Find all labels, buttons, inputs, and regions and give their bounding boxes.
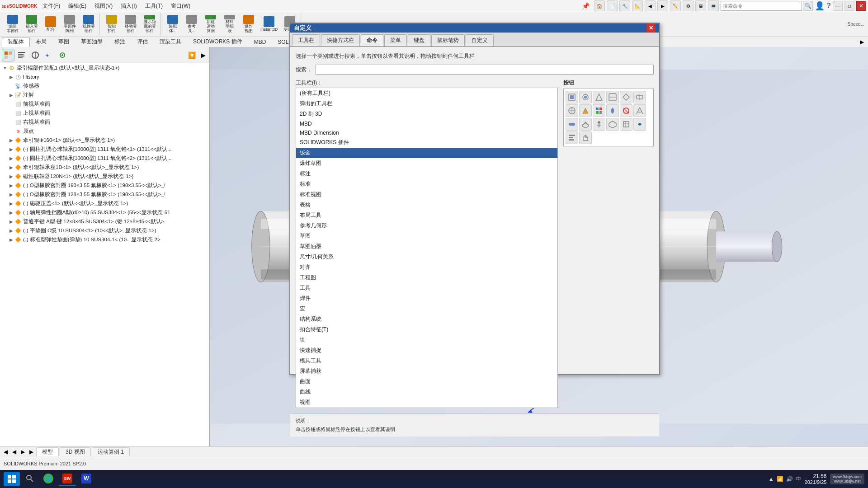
list-item-sketch[interactable]: 草图	[296, 231, 557, 241]
menu-tools[interactable]: 工具(T)	[142, 1, 166, 11]
list-item-sketch-ink[interactable]: 草图油墨	[296, 241, 557, 252]
pull-roller-expand[interactable]: ▶	[8, 137, 14, 143]
tree-sensors[interactable]: ▶ 📡 传感器	[0, 81, 209, 90]
btn-icon-1[interactable]	[566, 91, 578, 103]
bearing2-expand[interactable]: ▶	[8, 155, 14, 161]
tab-sketch[interactable]: 草图	[52, 37, 75, 47]
btn-icon-14[interactable]	[579, 118, 592, 131]
root-expand[interactable]: ▼	[2, 65, 8, 71]
spring-washer-expand[interactable]: ▶	[8, 236, 14, 243]
close-button[interactable]: ✕	[856, 1, 866, 11]
list-item-macro[interactable]: 宏	[296, 304, 557, 314]
tree-bearing-2[interactable]: ▶ 🔶 (-) 圆柱孔调心球轴承[10000型] 1311 氧化铬<2> (13…	[0, 154, 209, 163]
maximize-button[interactable]: □	[844, 1, 854, 11]
menu-insert[interactable]: 插入(I)	[117, 1, 140, 11]
tab-assembly[interactable]: 装配体	[2, 37, 30, 47]
tab-model[interactable]: 模型	[36, 447, 59, 456]
list-item-standard[interactable]: 标准	[296, 179, 557, 189]
tb-explode[interactable]: 爆炸视图	[240, 14, 258, 34]
pressure-cap-expand[interactable]: ▶	[8, 200, 14, 206]
btn-icon-13[interactable]	[566, 118, 578, 131]
bearing1-expand[interactable]: ▶	[8, 146, 14, 152]
list-item-explode-sketch[interactable]: 爆炸草图	[296, 158, 557, 169]
property-manager-icon[interactable]	[15, 49, 28, 61]
tab-motion[interactable]: 运动算例 1	[92, 447, 130, 456]
menu-view[interactable]: 视图(V)	[91, 1, 116, 11]
list-item-mbd[interactable]: MBD	[296, 119, 557, 128]
list-item-tools[interactable]: 工具	[296, 283, 557, 293]
tb-show-hidden[interactable]: 显示隐藏的零部件	[141, 14, 159, 34]
btn-icon-20[interactable]	[579, 131, 592, 144]
panel-expand-icon[interactable]: ▶	[199, 52, 208, 59]
btn-icon-2[interactable]	[579, 91, 592, 103]
tb-insert-part[interactable]: 插入零部件	[23, 14, 41, 34]
sensors-expand[interactable]: ▶	[8, 83, 14, 89]
btn-icon-6[interactable]	[633, 91, 646, 103]
list-item-markup[interactable]: 标注	[296, 169, 557, 179]
toolbar-icon-btn4[interactable]: 📐	[632, 0, 643, 11]
tree-history[interactable]: ▶ 🕐 History	[0, 72, 209, 81]
toolbar-icon-btn2[interactable]: 📄	[607, 0, 618, 11]
tab-markup[interactable]: 标注	[108, 37, 131, 47]
search-icon[interactable]: 🔍	[803, 1, 813, 11]
dialog-tab-command[interactable]: 命令	[361, 34, 383, 46]
btn-icon-8[interactable]	[579, 104, 592, 117]
dialog-tab-shortcut[interactable]: 快捷方式栏	[321, 34, 360, 46]
btn-icon-16[interactable]	[606, 118, 619, 131]
btn-icon-9[interactable]	[593, 104, 605, 117]
list-item-ref-geom[interactable]: 参考几何形	[296, 221, 557, 231]
minimize-button[interactable]: —	[833, 1, 843, 11]
tree-magnetic-coupling[interactable]: ▶ 🔶 磁性联轴器120N<1> (默认<默认_显示状态-1>)	[0, 172, 209, 181]
menu-window[interactable]: 窗口(W)	[167, 1, 194, 11]
flat-washer-expand[interactable]: ▶	[8, 227, 14, 234]
tab-layout[interactable]: 布局	[30, 37, 52, 47]
feature-tree-icon[interactable]	[2, 49, 14, 61]
btn-icon-11[interactable]	[620, 104, 632, 117]
tree-oring-2[interactable]: ▶ 🔶 (-) O型橡胶密封圈 128×3.55 氟橡胶<1> (190×3.5…	[0, 190, 209, 199]
taskbar-search[interactable]	[22, 472, 38, 486]
tree-snap-ring[interactable]: ▶ 🔶 (-) 轴用弹性挡圈A型(d0≥10) 55 SUS304<1> (55…	[0, 208, 209, 217]
tree-root[interactable]: ▼ ⚙ 牵引辊部件装配1 (默认<默认_显示状态-1>)	[0, 63, 209, 72]
dialog-tab-keyboard[interactable]: 键盘	[408, 34, 430, 46]
annotations-expand[interactable]: ▶	[8, 92, 14, 98]
tb-bom[interactable]: 材料明细表	[221, 14, 239, 34]
tab-sketch-ink[interactable]: 草图油墨	[75, 37, 108, 47]
btn-icon-15[interactable]	[593, 118, 605, 131]
btn-icon-17[interactable]	[620, 118, 632, 131]
magnetic-coupling-expand[interactable]: ▶	[8, 173, 14, 179]
tab-render[interactable]: 渲染工具	[154, 37, 187, 47]
tb-mate[interactable]: 配合	[42, 14, 60, 34]
tree-pull-roller[interactable]: ▶ 🔶 牵引辊Φ160<1> (默认<>_显示状态 1>)	[0, 136, 209, 145]
oring2-expand[interactable]: ▶	[8, 191, 14, 197]
toolbar-icon-btn8[interactable]: ⚙	[683, 0, 693, 11]
key-expand[interactable]: ▶	[8, 218, 14, 225]
command-search-input[interactable]	[721, 1, 802, 11]
nav-left-btn[interactable]: ◀	[2, 449, 9, 455]
list-item-sw-plugins[interactable]: SOLIDWORKS 插件	[296, 137, 557, 148]
dialog-close-button[interactable]: ✕	[646, 23, 656, 33]
user-icon[interactable]: 👤	[815, 1, 825, 11]
pin-icon[interactable]: 📌	[582, 2, 590, 9]
oring1-expand[interactable]: ▶	[8, 182, 14, 188]
list-item-all-toolbars[interactable]: (所有工具栏)	[296, 88, 557, 99]
list-item-dim-rel[interactable]: 尺寸/几何关系	[296, 252, 557, 262]
btn-icon-19[interactable]	[566, 131, 578, 144]
tab-evaluate[interactable]: 评估	[131, 37, 154, 47]
dialog-search-input[interactable]	[316, 65, 654, 75]
tree-front-plane[interactable]: ▶ ⬜ 前视基准面	[0, 99, 209, 108]
toolbar-icon-btn5[interactable]: ◀	[645, 0, 656, 11]
list-item-drawing[interactable]: 工程图	[296, 272, 557, 283]
tb-ref-geom[interactable]: 参考几...	[183, 14, 201, 34]
list-item-table[interactable]: 表格	[296, 200, 557, 210]
toolbar-icon-btn10[interactable]: 💻	[708, 0, 719, 11]
btn-icon-10[interactable]	[606, 104, 619, 117]
tb-edit-part[interactable]: 编辑零部件	[4, 14, 22, 34]
tb-move-part[interactable]: 移动零部件	[122, 14, 140, 34]
dim-xpert-icon[interactable]: +	[42, 49, 55, 61]
toolbar-list[interactable]: (所有工具栏) 弹出的工具栏 2D 到 3D MBD MBD Dimension…	[296, 88, 558, 408]
help-icon[interactable]: ?	[826, 2, 831, 10]
expand-tabs-button[interactable]: ▶	[857, 38, 866, 47]
tree-flat-washer[interactable]: ▶ 🔶 (-) 平垫圈 C级 10 SUS304<1> (10<<默认>_显示状…	[0, 226, 209, 235]
btn-icon-18[interactable]	[633, 118, 646, 131]
list-item-curve[interactable]: 曲线	[296, 387, 557, 397]
